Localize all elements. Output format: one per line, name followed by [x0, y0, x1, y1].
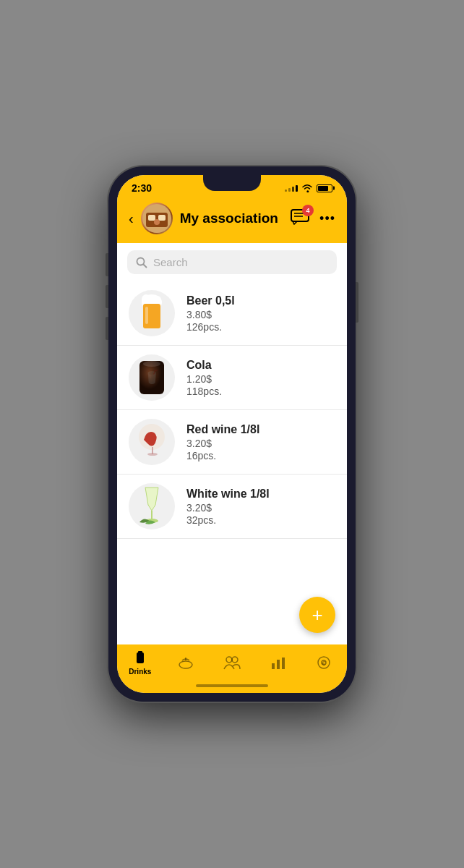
search-container: Search: [117, 243, 347, 281]
item-name: White wine 1/8l: [186, 488, 335, 501]
status-time: 2:30: [132, 182, 152, 194]
svg-point-26: [226, 657, 232, 663]
list-item[interactable]: Beer 0,5l 3.80$ 126pcs.: [117, 281, 347, 346]
nav-item-stats[interactable]: [255, 655, 301, 672]
cola-icon: 🥤: [134, 358, 170, 397]
svg-line-9: [144, 264, 147, 267]
notification-badge: 4: [302, 205, 314, 216]
header-actions: 4 •••: [291, 209, 335, 228]
svg-point-11: [142, 294, 150, 305]
item-thumbnail: [129, 483, 175, 529]
item-price: 1.20$: [186, 373, 335, 385]
food-icon: [178, 655, 194, 671]
notification-button[interactable]: 4: [291, 209, 309, 228]
list-item[interactable]: 🥤 Cola 1.20$ 118pcs.: [117, 346, 347, 410]
status-icons: [285, 184, 332, 192]
search-icon: [136, 257, 147, 268]
battery-icon: [317, 184, 332, 192]
nav-label-drinks: Drinks: [129, 668, 151, 676]
svg-point-4: [154, 219, 160, 225]
item-name: Red wine 1/8l: [186, 423, 335, 436]
svg-rect-29: [277, 660, 280, 669]
signal-icon: [285, 185, 298, 192]
beer-icon: [137, 294, 166, 333]
svg-point-19: [147, 453, 158, 456]
item-qty: 118pcs.: [186, 386, 335, 397]
home-bar: [196, 684, 268, 687]
svg-rect-30: [282, 658, 285, 669]
item-price: 3.20$: [186, 502, 335, 514]
svg-rect-28: [272, 663, 275, 669]
phone-shell: 2:30: [108, 166, 356, 702]
svg-text:🥤: 🥤: [144, 369, 160, 385]
svg-rect-23: [138, 651, 142, 653]
search-placeholder: Search: [153, 256, 188, 268]
header-avatar: [141, 203, 173, 234]
settings-icon: €: [316, 655, 332, 671]
svg-rect-14: [145, 307, 148, 324]
item-info: Red wine 1/8l 3.20$ 16pcs.: [186, 423, 335, 461]
svg-point-24: [179, 661, 192, 668]
red-wine-icon: [132, 422, 171, 461]
item-qty: 126pcs.: [186, 321, 335, 333]
back-button[interactable]: ‹: [129, 210, 134, 227]
svg-point-16: [143, 361, 160, 367]
svg-text:€: €: [322, 660, 326, 667]
item-thumbnail: [129, 419, 175, 465]
nav-item-settings[interactable]: €: [301, 655, 347, 672]
item-qty: 16pcs.: [186, 450, 335, 461]
wifi-icon: [301, 184, 313, 192]
item-price: 3.20$: [186, 438, 335, 449]
page-title: My association: [180, 210, 283, 226]
content-area: Beer 0,5l 3.80$ 126pcs.: [117, 281, 347, 644]
bottom-nav: Drinks: [117, 644, 347, 678]
item-price: 3.80$: [186, 309, 335, 320]
notch: [203, 175, 261, 191]
app-header: ‹ My association: [117, 197, 347, 243]
stats-icon: [270, 655, 286, 671]
search-box[interactable]: Search: [127, 250, 337, 274]
item-info: White wine 1/8l 3.20$ 32pcs.: [186, 488, 335, 526]
home-indicator: [117, 678, 347, 693]
item-thumbnail: 🥤: [129, 354, 175, 401]
add-button[interactable]: +: [299, 597, 335, 633]
drink-icon: [132, 650, 148, 666]
svg-rect-22: [137, 652, 144, 663]
phone-screen: 2:30: [117, 175, 347, 693]
item-thumbnail: [129, 290, 175, 336]
svg-point-12: [154, 296, 161, 305]
svg-rect-2: [148, 215, 155, 221]
members-icon: [223, 655, 241, 671]
list-item[interactable]: Red wine 1/8l 3.20$ 16pcs.: [117, 410, 347, 475]
item-name: Cola: [186, 359, 335, 372]
nav-item-members[interactable]: [209, 655, 255, 672]
item-info: Cola 1.20$ 118pcs.: [186, 359, 335, 397]
more-button[interactable]: •••: [319, 211, 335, 226]
item-info: Beer 0,5l 3.80$ 126pcs.: [186, 294, 335, 333]
nav-item-food[interactable]: [163, 655, 210, 672]
svg-point-27: [232, 657, 238, 663]
white-wine-icon: [132, 485, 171, 528]
list-item[interactable]: White wine 1/8l 3.20$ 32pcs.: [117, 475, 347, 539]
svg-rect-3: [158, 215, 166, 221]
item-name: Beer 0,5l: [186, 294, 335, 307]
nav-item-drinks[interactable]: Drinks: [117, 650, 163, 676]
item-qty: 32pcs.: [186, 514, 335, 526]
